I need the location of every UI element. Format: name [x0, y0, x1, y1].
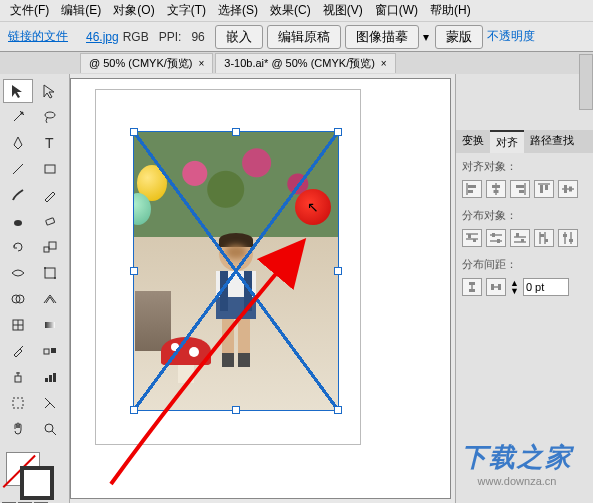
- paintbrush-tool[interactable]: [3, 183, 33, 207]
- direct-selection-tool[interactable]: [35, 79, 65, 103]
- align-vcenter-icon[interactable]: [558, 180, 578, 198]
- edit-original-button[interactable]: 编辑原稿: [267, 25, 341, 49]
- placed-image[interactable]: ↖: [133, 131, 339, 411]
- fill-stroke-swatches[interactable]: [2, 448, 62, 498]
- close-icon[interactable]: ×: [198, 58, 204, 69]
- distribute-vspace-icon[interactable]: [462, 278, 482, 296]
- svg-rect-21: [45, 378, 48, 382]
- red-annotation-circle: ↖: [295, 189, 331, 225]
- menu-file[interactable]: 文件(F): [4, 2, 55, 19]
- menu-object[interactable]: 对象(O): [107, 2, 160, 19]
- rectangle-tool[interactable]: [35, 157, 65, 181]
- svg-point-1: [45, 112, 55, 118]
- filename-link[interactable]: 46.jpg: [86, 30, 119, 44]
- blend-tool[interactable]: [35, 339, 65, 363]
- slice-tool[interactable]: [35, 391, 65, 415]
- close-icon[interactable]: ×: [381, 58, 387, 69]
- distribute-hcenter-icon[interactable]: [558, 229, 578, 247]
- svg-rect-18: [44, 349, 49, 354]
- distribute-left-icon[interactable]: [534, 229, 554, 247]
- svg-point-25: [45, 424, 53, 432]
- menu-type[interactable]: 文字(T): [161, 2, 212, 19]
- menu-view[interactable]: 视图(V): [317, 2, 369, 19]
- svg-rect-28: [468, 185, 476, 188]
- svg-point-5: [14, 220, 22, 226]
- pen-tool[interactable]: [3, 131, 33, 155]
- control-bar: 链接的文件 46.jpg RGB PPI: 96 嵌入 编辑原稿 图像描摹 ▾ …: [0, 22, 593, 52]
- image-trace-button[interactable]: 图像描摹: [345, 25, 419, 49]
- right-panel-group: 变换 对齐 路径查找 对齐对象： 分布对象： 分布间距：: [455, 74, 593, 503]
- opacity-label[interactable]: 不透明度: [487, 28, 535, 45]
- column-graph-tool[interactable]: [35, 365, 65, 389]
- spacing-input[interactable]: [523, 278, 569, 296]
- menu-help[interactable]: 帮助(H): [424, 2, 477, 19]
- svg-rect-61: [569, 239, 573, 242]
- svg-rect-4: [45, 165, 55, 173]
- stroke-swatch[interactable]: [20, 466, 54, 500]
- linked-file-link[interactable]: 链接的文件: [8, 28, 68, 45]
- svg-rect-41: [569, 187, 572, 192]
- panel-tab-align[interactable]: 对齐: [490, 130, 524, 153]
- rotate-tool[interactable]: [3, 235, 33, 259]
- pencil-tool[interactable]: [35, 183, 65, 207]
- svg-rect-32: [494, 190, 499, 193]
- perspective-grid-tool[interactable]: [35, 287, 65, 311]
- lasso-tool[interactable]: [35, 105, 65, 129]
- blob-brush-tool[interactable]: [3, 209, 33, 233]
- tab-label: 3-10b.ai* @ 50% (CMYK/预览): [224, 56, 375, 71]
- selection-tool[interactable]: [3, 79, 33, 103]
- menu-effect[interactable]: 效果(C): [264, 2, 317, 19]
- shape-builder-tool[interactable]: [3, 287, 33, 311]
- width-tool[interactable]: [3, 261, 33, 285]
- mask-button[interactable]: 蒙版: [435, 25, 483, 49]
- embed-button[interactable]: 嵌入: [215, 25, 263, 49]
- menu-select[interactable]: 选择(S): [212, 2, 264, 19]
- free-transform-tool[interactable]: [35, 261, 65, 285]
- svg-text:T: T: [45, 135, 54, 151]
- document-tab-2[interactable]: 3-10b.ai* @ 50% (CMYK/预览) ×: [215, 53, 395, 73]
- align-top-icon[interactable]: [534, 180, 554, 198]
- dropdown-arrow-icon[interactable]: ▾: [423, 30, 429, 44]
- distribute-vcenter-icon[interactable]: [486, 229, 506, 247]
- menu-edit[interactable]: 编辑(E): [55, 2, 107, 19]
- menu-window[interactable]: 窗口(W): [369, 2, 424, 19]
- svg-point-11: [54, 277, 56, 279]
- svg-rect-29: [468, 190, 473, 193]
- svg-rect-37: [540, 185, 543, 193]
- document-tab-1[interactable]: @ 50% (CMYK/预览) ×: [80, 53, 213, 73]
- scale-tool[interactable]: [35, 235, 65, 259]
- svg-rect-66: [498, 284, 501, 290]
- align-left-icon[interactable]: [462, 180, 482, 198]
- svg-rect-60: [563, 234, 567, 237]
- distribute-objects-label: 分布对象：: [462, 208, 587, 223]
- canvas[interactable]: ↖: [70, 78, 451, 499]
- mushroom-prop: [161, 337, 211, 381]
- magic-wand-tool[interactable]: [3, 105, 33, 129]
- collapsed-panel-strip[interactable]: [579, 74, 593, 110]
- distribute-top-icon[interactable]: [462, 229, 482, 247]
- svg-rect-49: [497, 239, 500, 243]
- mesh-tool[interactable]: [3, 313, 33, 337]
- svg-rect-24: [13, 398, 23, 408]
- hand-tool[interactable]: [3, 417, 33, 441]
- distribute-hspace-icon[interactable]: [486, 278, 506, 296]
- eraser-tool[interactable]: [35, 209, 65, 233]
- panel-tab-pathfinder[interactable]: 路径查找: [524, 130, 580, 153]
- gradient-tool[interactable]: [35, 313, 65, 337]
- svg-rect-38: [545, 185, 548, 190]
- svg-rect-40: [564, 185, 567, 193]
- align-hcenter-icon[interactable]: [486, 180, 506, 198]
- type-tool[interactable]: T: [35, 131, 65, 155]
- symbol-sprayer-tool[interactable]: [3, 365, 33, 389]
- svg-rect-6: [46, 218, 55, 225]
- tab-label: @ 50% (CMYK/预览): [89, 56, 192, 71]
- eyedropper-tool[interactable]: [3, 339, 33, 363]
- distribute-bottom-icon[interactable]: [510, 229, 530, 247]
- line-tool[interactable]: [3, 157, 33, 181]
- align-right-icon[interactable]: [510, 180, 530, 198]
- panel-tab-transform[interactable]: 变换: [456, 130, 490, 153]
- zoom-tool[interactable]: [35, 417, 65, 441]
- workspace: T: [0, 74, 593, 503]
- stepper-icon[interactable]: ▲▼: [510, 279, 519, 295]
- artboard-tool[interactable]: [3, 391, 33, 415]
